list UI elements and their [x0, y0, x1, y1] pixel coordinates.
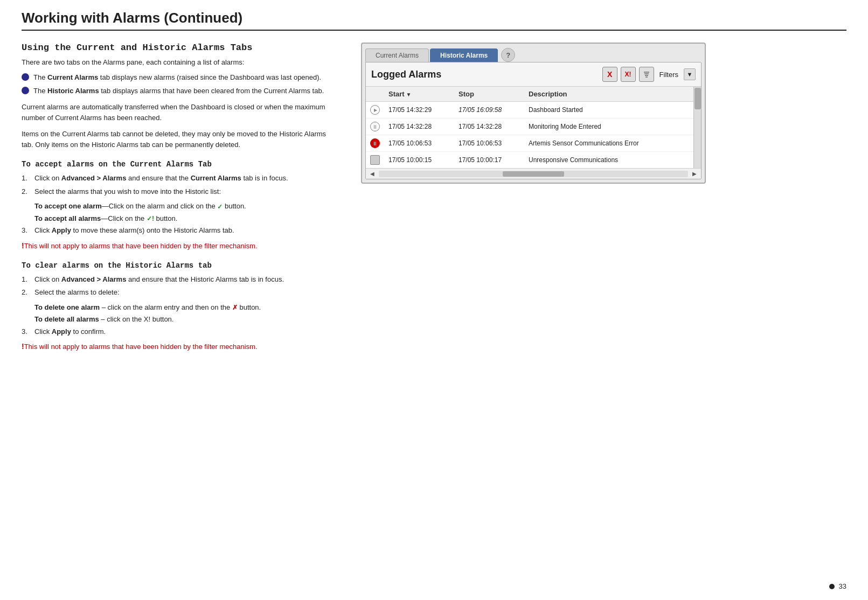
pause-red-icon: [370, 138, 380, 148]
pause-icon: [370, 122, 380, 131]
bullet-icon: [22, 73, 29, 81]
step-item: Click Apply to move these alarm(s) onto …: [22, 225, 339, 236]
table-row[interactable]: 17/05 14:32:28 17/05 14:32:28 Monitoring…: [366, 118, 701, 135]
x-delete-icon: ✗: [232, 303, 238, 312]
subsection1-heading: To accept alarms on the Current Alarms T…: [22, 160, 339, 169]
sub-item-accept-all: To accept all alarms—Click on the ✓! but…: [34, 213, 339, 224]
vertical-scrollbar[interactable]: [693, 87, 701, 168]
filters-dropdown[interactable]: ▼: [684, 68, 696, 80]
page-dot-icon: [829, 584, 835, 589]
steps-list-2: Click on Advanced > Alarms and ensure th…: [22, 274, 339, 298]
para1: Current alarms are automatically transfe…: [22, 102, 339, 123]
row-description: Dashboard Started: [524, 102, 692, 118]
col-header-icon: [366, 87, 384, 102]
stop-icon: [370, 155, 380, 165]
row-icon-cell: [366, 118, 384, 135]
play-icon: [370, 105, 380, 115]
sub-item-delete-all: To delete all alarms – click on the X! b…: [34, 314, 339, 325]
subsection2-heading: To clear alarms on the Historic Alarms t…: [22, 261, 339, 270]
row-stop: 17/05 16:09:58: [454, 102, 524, 118]
h-scrollbar-thumb[interactable]: [503, 171, 565, 177]
step-item: Select the alarms that you wish to move …: [22, 186, 339, 197]
page-title: Working with Alarms (Continued): [22, 10, 846, 31]
tab-current-alarms[interactable]: Current Alarms: [365, 48, 429, 62]
row-stop: 17/05 14:32:28: [454, 118, 524, 135]
step-item: Click on Advanced > Alarms and ensure th…: [22, 274, 339, 285]
row-start: 17/05 14:32:29: [384, 102, 454, 118]
sub-item-accept-one: To accept one alarm—Click on the alarm a…: [34, 201, 339, 212]
section-intro: There are two tabs on the Alarms pane, e…: [22, 57, 339, 68]
steps-list-1b: Click Apply to move these alarm(s) onto …: [22, 225, 339, 236]
scroll-left-arrow[interactable]: ◀: [368, 170, 377, 178]
row-icon-cell: [366, 102, 384, 118]
row-description: Unresponsive Communications: [524, 152, 692, 169]
list-item: The Historic Alarms tab displays alarms …: [22, 86, 339, 96]
step-item: Click on Advanced > Alarms and ensure th…: [22, 173, 339, 184]
delete-one-button[interactable]: X: [602, 67, 617, 82]
row-icon-cell: [366, 135, 384, 152]
sub-item-delete-one: To delete one alarm – click on the alarm…: [34, 302, 339, 313]
row-stop: 17/05 10:06:53: [454, 135, 524, 152]
row-icon-cell: [366, 152, 384, 169]
row-description: Monitoring Mode Entered: [524, 118, 692, 135]
alarms-panel: Current Alarms Historic Alarms ? Logged …: [361, 43, 706, 184]
toolbar-icons: X X! Filters: [602, 67, 696, 82]
table-row[interactable]: 17/05 10:06:53 17/05 10:06:53 Artemis Se…: [366, 135, 701, 152]
checkmark-all-icon: ✓!: [147, 214, 154, 224]
col-header-description: Description: [524, 87, 692, 102]
steps-list-1: Click on Advanced > Alarms and ensure th…: [22, 173, 339, 197]
tab-historic-alarms[interactable]: Historic Alarms: [430, 48, 498, 62]
row-start: 17/05 10:00:15: [384, 152, 454, 169]
col-header-stop: Stop: [454, 87, 524, 102]
page-number: 33: [839, 582, 846, 590]
warning-text-1: !This will not apply to alarms that have…: [22, 240, 339, 252]
delete-all-button[interactable]: X!: [621, 67, 636, 82]
step-item: Click Apply to confirm.: [22, 326, 339, 337]
bold-historic-alarms: Historic Alarms: [47, 87, 99, 95]
alarms-table: Start Stop Description: [366, 87, 701, 168]
scroll-right-arrow[interactable]: ▶: [690, 170, 699, 178]
right-column: Current Alarms Historic Alarms ? Logged …: [361, 43, 738, 184]
left-column: Using the Current and Historic Alarms Ta…: [22, 43, 339, 358]
bullet-icon: [22, 87, 29, 94]
step-item: Select the alarms to delete:: [22, 287, 339, 298]
table-scroll-area: Start Stop Description: [366, 87, 701, 168]
tab-help[interactable]: ?: [501, 48, 515, 62]
bullet-list: The Current Alarms tab displays new alar…: [22, 72, 339, 96]
scrollbar-thumb[interactable]: [695, 88, 701, 109]
logged-alarms-title: Logged Alarms: [371, 69, 602, 80]
page-number-area: 33: [829, 582, 846, 590]
para2: Items on the Current Alarms tab cannot b…: [22, 129, 339, 150]
logged-alarms-bar: Logged Alarms X X!: [366, 62, 701, 87]
horizontal-scrollbar[interactable]: [379, 171, 688, 177]
row-stop: 17/05 10:00:17: [454, 152, 524, 169]
table-row[interactable]: 17/05 14:32:29 17/05 16:09:58 Dashboard …: [366, 102, 701, 118]
steps-list-2b: Click Apply to confirm.: [22, 326, 339, 337]
tabs-row: Current Alarms Historic Alarms ?: [365, 48, 702, 62]
table-row[interactable]: 17/05 10:00:15 17/05 10:00:17 Unresponsi…: [366, 152, 701, 169]
warning-text-2: !This will not apply to alarms that have…: [22, 341, 339, 352]
section-heading: Using the Current and Historic Alarms Ta…: [22, 43, 339, 53]
horizontal-scrollbar-row: ◀ ▶: [366, 168, 701, 179]
panel-inner: Logged Alarms X X!: [365, 62, 702, 179]
col-header-start[interactable]: Start: [384, 87, 454, 102]
filters-label: Filters: [659, 71, 678, 79]
list-item: The Current Alarms tab displays new alar…: [22, 72, 339, 83]
row-description: Artemis Sensor Communications Error: [524, 135, 692, 152]
row-start: 17/05 14:32:28: [384, 118, 454, 135]
row-start: 17/05 10:06:53: [384, 135, 454, 152]
filter-icon-button[interactable]: [639, 67, 654, 82]
filter-icon: [643, 71, 650, 78]
bold-current-alarms: Current Alarms: [47, 73, 98, 81]
checkmark-icon: ✓: [217, 202, 223, 212]
